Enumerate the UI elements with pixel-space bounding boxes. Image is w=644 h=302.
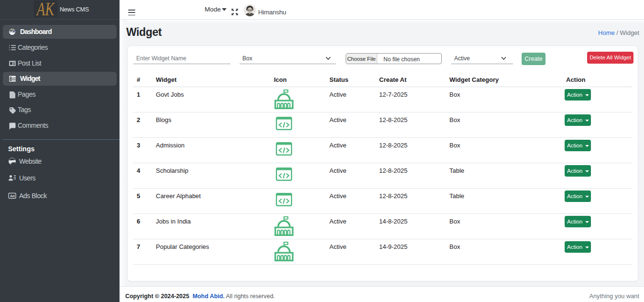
svg-text:Ad: Ad <box>10 194 15 198</box>
svg-text:AK: AK <box>36 0 55 17</box>
